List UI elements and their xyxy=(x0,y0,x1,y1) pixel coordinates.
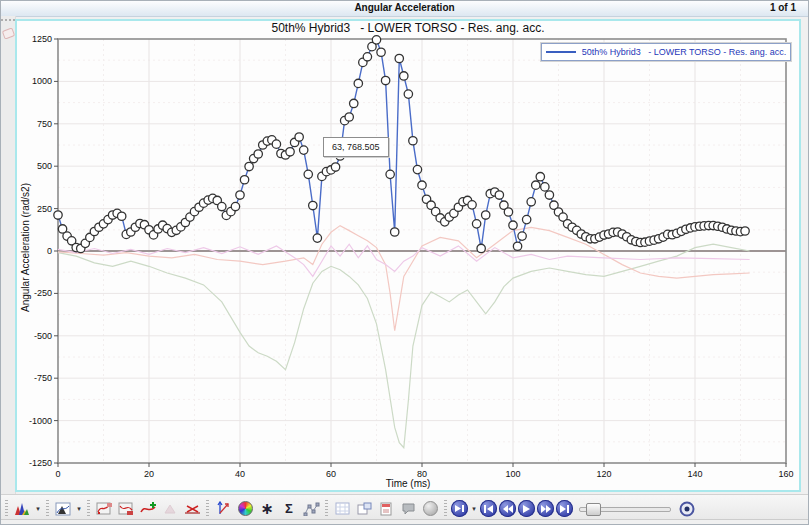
data-point-marker[interactable] xyxy=(254,150,262,158)
toolbar-grip[interactable] xyxy=(46,500,49,518)
data-point-marker[interactable] xyxy=(286,148,294,156)
data-point-marker[interactable] xyxy=(477,244,485,252)
data-point-marker[interactable] xyxy=(363,53,371,61)
curve-delete-button[interactable] xyxy=(182,499,202,519)
rewind-button[interactable] xyxy=(499,500,516,517)
data-point-marker[interactable] xyxy=(482,211,490,219)
point-tooltip: 63, 768.505 xyxy=(323,137,389,157)
data-point-marker[interactable] xyxy=(304,170,312,178)
y-tick-label: 250 xyxy=(37,204,52,214)
curve-hide-button[interactable] xyxy=(160,499,180,519)
window-title: Angular Acceleration xyxy=(1,2,808,13)
color-palette-button[interactable] xyxy=(235,499,255,519)
data-point-marker[interactable] xyxy=(522,215,530,223)
data-point-marker[interactable] xyxy=(240,176,248,184)
data-point-marker[interactable] xyxy=(404,90,412,98)
go-first-button[interactable] xyxy=(480,500,497,517)
frame-slider[interactable] xyxy=(579,501,671,517)
render-sphere-button[interactable] xyxy=(420,499,440,519)
data-point-marker[interactable] xyxy=(377,48,385,56)
cross-plot-button[interactable] xyxy=(301,499,321,519)
data-point-marker[interactable] xyxy=(236,191,244,199)
y-tick-label: -1000 xyxy=(29,416,52,426)
marker-style-button[interactable]: ∗ xyxy=(257,499,277,519)
data-point-marker[interactable] xyxy=(118,212,126,220)
go-first-icon xyxy=(484,505,493,513)
fast-forward-button[interactable] xyxy=(537,500,554,517)
legend-box[interactable]: 50th% Hybrid3 - LOWER TORSO - Res. ang. … xyxy=(541,43,791,61)
cross-plot-icon xyxy=(303,502,320,516)
data-point-marker[interactable] xyxy=(391,228,399,236)
playback-dropdown-caret[interactable]: ▾ xyxy=(470,505,478,513)
toolbar-grip[interactable] xyxy=(87,500,90,518)
go-last-button[interactable] xyxy=(556,500,573,517)
data-point-marker[interactable] xyxy=(345,113,353,121)
status-bar xyxy=(1,519,808,524)
toolbar-grip[interactable] xyxy=(325,500,328,518)
toolbar-grip[interactable] xyxy=(444,500,447,518)
playback-options-button[interactable] xyxy=(451,500,468,517)
report-notes-button[interactable] xyxy=(376,499,396,519)
data-point-marker[interactable] xyxy=(313,234,321,242)
sum-statistics-button[interactable]: Σ xyxy=(279,499,299,519)
data-point-marker[interactable] xyxy=(350,99,358,107)
data-point-marker[interactable] xyxy=(413,165,421,173)
page-layout-icon xyxy=(357,502,372,515)
data-point-marker[interactable] xyxy=(245,162,253,170)
record-button[interactable] xyxy=(677,499,697,519)
data-point-marker[interactable] xyxy=(495,191,503,199)
data-point-marker[interactable] xyxy=(381,76,389,84)
play-icon xyxy=(523,505,531,513)
page-layout-button[interactable] xyxy=(354,499,374,519)
data-point-marker[interactable] xyxy=(354,79,362,87)
data-point-marker[interactable] xyxy=(472,220,480,228)
data-point-marker[interactable] xyxy=(527,198,535,206)
data-point-marker[interactable] xyxy=(468,201,476,209)
data-point-marker[interactable] xyxy=(386,170,394,178)
data-point-marker[interactable] xyxy=(513,242,521,250)
curve-edit-button[interactable] xyxy=(94,499,114,519)
histogram-dropdown-caret[interactable]: ▾ xyxy=(34,505,42,513)
slider-thumb[interactable] xyxy=(586,503,601,516)
fast-forward-icon xyxy=(541,505,551,513)
data-point-marker[interactable] xyxy=(532,181,540,189)
curve-modify-button[interactable] xyxy=(116,499,136,519)
toolbar-grip[interactable] xyxy=(5,500,8,518)
dock-tool-icon[interactable] xyxy=(1,27,14,39)
data-point-marker[interactable] xyxy=(509,221,517,229)
data-point-marker[interactable] xyxy=(541,183,549,191)
data-point-marker[interactable] xyxy=(295,133,303,141)
data-point-marker[interactable] xyxy=(400,72,408,80)
curve-dropdown-caret[interactable]: ▾ xyxy=(75,505,83,513)
data-point-marker[interactable] xyxy=(518,232,526,240)
data-point-marker[interactable] xyxy=(372,36,380,44)
data-point-marker[interactable] xyxy=(741,227,749,235)
go-last-icon xyxy=(560,505,569,513)
plot-histogram-button[interactable] xyxy=(12,499,32,519)
plot-curve-button[interactable] xyxy=(53,499,73,519)
axis-scale-button[interactable] xyxy=(213,499,233,519)
curve-add-button[interactable] xyxy=(138,499,158,519)
histogram-icon xyxy=(14,502,30,516)
data-point-marker[interactable] xyxy=(300,146,308,154)
dock-grip-handle[interactable] xyxy=(1,16,15,21)
record-icon xyxy=(679,501,695,517)
data-point-marker[interactable] xyxy=(54,211,62,219)
data-point-marker[interactable] xyxy=(409,137,417,145)
data-point-marker[interactable] xyxy=(331,163,339,171)
data-point-marker[interactable] xyxy=(504,208,512,216)
axis-scale-icon xyxy=(216,501,231,516)
data-point-marker[interactable] xyxy=(218,202,226,210)
data-point-marker[interactable] xyxy=(309,201,317,209)
data-point-marker[interactable] xyxy=(418,181,426,189)
grid-layout-button[interactable] xyxy=(332,499,352,519)
data-point-marker[interactable] xyxy=(395,54,403,62)
data-point-marker[interactable] xyxy=(545,191,553,199)
play-button[interactable] xyxy=(518,500,535,517)
data-point-marker[interactable] xyxy=(536,173,544,181)
data-point-marker[interactable] xyxy=(231,202,239,210)
toolbar-grip[interactable] xyxy=(206,500,209,518)
left-dock-strip xyxy=(1,16,16,494)
data-point-marker[interactable] xyxy=(272,140,280,148)
annotation-bubble-button[interactable] xyxy=(398,499,418,519)
